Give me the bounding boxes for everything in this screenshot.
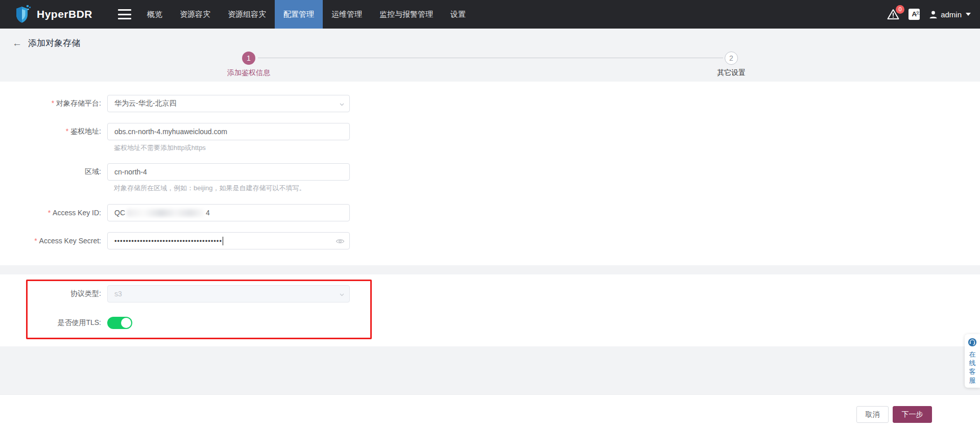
nav-item-resource-group-dr[interactable]: 资源组容灾 bbox=[219, 0, 275, 29]
language-icon[interactable]: A文 bbox=[909, 9, 920, 20]
footer-bar: 取消 下一步 bbox=[0, 394, 980, 429]
region-input[interactable]: cn-north-4 bbox=[107, 163, 350, 181]
brand-name: HyperBDR bbox=[37, 8, 92, 20]
nav-item-settings[interactable]: 设置 bbox=[442, 0, 474, 29]
nav-item-monitoring-alarm[interactable]: 监控与报警管理 bbox=[371, 0, 442, 29]
field-label-tls: 是否使用TLS: bbox=[0, 318, 107, 327]
field-label-access-key-secret: *Access Key Secret: bbox=[0, 237, 107, 245]
alert-count-badge: 0 bbox=[896, 5, 904, 14]
access-key-id-prefix: QC bbox=[114, 209, 125, 217]
step-1-circle: 1 bbox=[242, 52, 255, 65]
online-support-label: 在线客服 bbox=[969, 350, 976, 385]
auth-address-input[interactable]: obs.cn-north-4.myhuaweicloud.com bbox=[107, 123, 350, 140]
step-connector-line bbox=[258, 58, 723, 58]
nav-item-resource-dr[interactable]: 资源容灾 bbox=[171, 0, 219, 29]
user-icon bbox=[929, 10, 938, 19]
nav-item-config-management[interactable]: 配置管理 bbox=[275, 0, 323, 29]
platform-row: *对象存储平台: 华为云-华北-北京四 bbox=[0, 95, 350, 112]
platform-select[interactable]: 华为云-华北-北京四 bbox=[107, 95, 350, 112]
field-label-platform: *对象存储平台: bbox=[0, 99, 107, 108]
toggle-knob bbox=[121, 318, 131, 328]
region-help-text: 对象存储所在区域，例如：beijing，如果是自建存储可以不填写。 bbox=[114, 184, 306, 193]
topbar-right-group: 0 A文 admin bbox=[887, 9, 971, 20]
access-key-secret-input[interactable]: •••••••••••••••••••••••••••••••••••••• bbox=[107, 232, 350, 249]
tls-toggle[interactable] bbox=[107, 317, 132, 329]
headset-icon bbox=[968, 338, 977, 347]
step-2-label: 其它设置 bbox=[675, 68, 787, 78]
chevron-down-icon bbox=[966, 13, 971, 16]
required-mark: * bbox=[48, 209, 51, 217]
app-logo[interactable]: HyperBDR bbox=[14, 5, 92, 24]
cancel-button[interactable]: 取消 bbox=[856, 406, 889, 423]
auth-address-row: *鉴权地址: obs.cn-north-4.myhuaweicloud.com bbox=[0, 123, 350, 140]
top-navigation-bar: HyperBDR 概览 资源容灾 资源组容灾 配置管理 运维管理 监控与报警管理… bbox=[0, 0, 980, 29]
chevron-down-icon bbox=[340, 102, 344, 107]
user-menu[interactable]: admin bbox=[929, 10, 971, 19]
nav-item-ops-management[interactable]: 运维管理 bbox=[323, 0, 371, 29]
field-label-protocol: 协议类型: bbox=[0, 289, 107, 298]
nav-item-overview[interactable]: 概览 bbox=[138, 0, 171, 29]
access-key-secret-row: *Access Key Secret: ••••••••••••••••••••… bbox=[0, 232, 350, 249]
access-key-id-input[interactable]: QC4 bbox=[107, 204, 350, 221]
protocol-select: s3 bbox=[107, 285, 350, 302]
required-mark: * bbox=[34, 237, 37, 245]
required-mark: * bbox=[66, 127, 68, 135]
auth-address-help-text: 鉴权地址不需要添加http或https bbox=[114, 143, 206, 153]
platform-select-value: 华为云-华北-北京四 bbox=[114, 99, 176, 108]
menu-toggle-icon[interactable] bbox=[118, 9, 131, 19]
step-2-circle: 2 bbox=[725, 52, 738, 65]
text-cursor bbox=[223, 237, 224, 245]
eye-icon[interactable] bbox=[336, 237, 345, 246]
field-label-region: 区域: bbox=[0, 167, 107, 176]
auth-info-card: *对象存储平台: 华为云-华北-北京四 *鉴权地址: obs.cn-north-… bbox=[0, 82, 980, 265]
region-value: cn-north-4 bbox=[114, 168, 147, 176]
footer-buttons: 取消 下一步 bbox=[856, 406, 932, 423]
chevron-down-icon bbox=[340, 292, 344, 297]
masked-password-value: •••••••••••••••••••••••••••••••••••••• bbox=[114, 237, 222, 245]
online-support-widget[interactable]: 在线客服 bbox=[965, 334, 980, 388]
tls-row: 是否使用TLS: bbox=[0, 315, 132, 331]
field-label-auth-address: *鉴权地址: bbox=[0, 127, 107, 136]
protocol-select-value: s3 bbox=[114, 290, 122, 298]
access-key-id-row: *Access Key ID: QC4 bbox=[0, 204, 350, 221]
auth-address-value: obs.cn-north-4.myhuaweicloud.com bbox=[114, 128, 227, 136]
next-step-button[interactable]: 下一步 bbox=[893, 406, 932, 423]
username: admin bbox=[941, 10, 962, 19]
step-1-label: 添加鉴权信息 bbox=[193, 68, 305, 78]
region-row: 区域: cn-north-4 bbox=[0, 163, 350, 181]
protocol-row: 协议类型: s3 bbox=[0, 285, 350, 302]
main-nav: 概览 资源容灾 资源组容灾 配置管理 运维管理 监控与报警管理 设置 bbox=[138, 0, 474, 29]
required-mark: * bbox=[52, 99, 54, 107]
language-icon-zh: 文 bbox=[916, 8, 920, 19]
alert-icon[interactable]: 0 bbox=[887, 9, 899, 20]
protocol-settings-card: 协议类型: s3 是否使用TLS: bbox=[0, 274, 980, 346]
shield-logo-icon bbox=[14, 5, 32, 24]
field-label-access-key-id: *Access Key ID: bbox=[0, 209, 107, 217]
redacted-value-blur bbox=[127, 209, 204, 217]
access-key-id-suffix: 4 bbox=[206, 209, 210, 217]
